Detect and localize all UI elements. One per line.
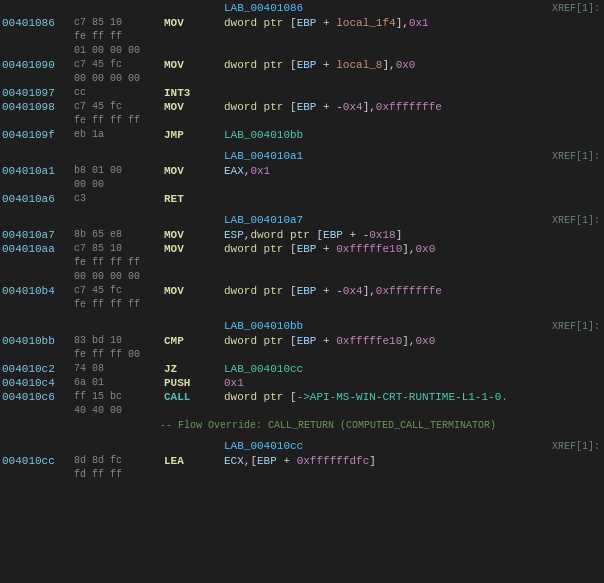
code-content: LAB_00401086XREF[1]: 00401086 c7 85 10 M…	[0, 0, 604, 583]
label-line: LAB_00401086XREF[1]:	[0, 0, 604, 16]
bytes: c7 85 10	[74, 16, 164, 30]
bytes: 74 08	[74, 362, 164, 376]
code-line: fe ff ff	[0, 30, 604, 44]
address: 004010c6	[2, 390, 74, 404]
xref: XREF[1]:	[552, 441, 604, 452]
bytes: fe ff ff ff	[74, 114, 164, 128]
code-line: 00401090 c7 45 fc MOV dword ptr [EBP + l…	[0, 58, 604, 72]
code-line: 0040109f eb 1a JMP LAB_004010bb	[0, 128, 604, 142]
address: 004010a7	[2, 228, 74, 242]
bytes: 00 00 00 00	[74, 270, 164, 284]
comment-line: -- Flow Override: CALL_RETURN (COMPUTED_…	[0, 418, 604, 432]
code-line: 004010c4 6a 01 PUSH 0x1	[0, 376, 604, 390]
disassembly-view: LAB_00401086XREF[1]: 00401086 c7 85 10 M…	[0, 0, 604, 583]
bytes: c7 45 fc	[74, 284, 164, 298]
label-line: LAB_004010ccXREF[1]:	[0, 438, 604, 454]
bytes: fd ff ff	[74, 468, 164, 482]
label: LAB_004010a1	[224, 150, 303, 162]
bytes: c7 45 fc	[74, 58, 164, 72]
xref: XREF[1]:	[552, 321, 604, 332]
bytes: ff 15 bc	[74, 390, 164, 404]
address: 00401098	[2, 100, 74, 114]
comment-text: -- Flow Override: CALL_RETURN (COMPUTED_…	[160, 420, 496, 431]
xref: XREF[1]:	[552, 215, 604, 226]
code-line: fe ff ff ff	[0, 298, 604, 312]
label-line: LAB_004010bbXREF[1]:	[0, 318, 604, 334]
bytes: 00 00	[74, 178, 164, 192]
code-line: 00 00	[0, 178, 604, 192]
mnemonic: MOV	[164, 100, 224, 114]
mnemonic: LEA	[164, 454, 224, 468]
code-line: fe ff ff 00	[0, 348, 604, 362]
bytes: 40 40 00	[74, 404, 164, 418]
address: 004010b4	[2, 284, 74, 298]
bytes: 8b 65 e8	[74, 228, 164, 242]
mnemonic: MOV	[164, 284, 224, 298]
mnemonic: INT3	[164, 86, 224, 100]
operands: dword ptr [EBP + local_1f4],0x1	[224, 16, 604, 30]
code-line: fe ff ff ff	[0, 256, 604, 270]
code-line: 004010c6 ff 15 bc CALL dword ptr [->API-…	[0, 390, 604, 404]
operands: LAB_004010bb	[224, 128, 604, 142]
mnemonic: MOV	[164, 242, 224, 256]
code-line: 004010a1 b8 01 00 MOV EAX,0x1	[0, 164, 604, 178]
label-line: LAB_004010a7XREF[1]:	[0, 212, 604, 228]
code-line: 004010aa c7 85 10 MOV dword ptr [EBP + 0…	[0, 242, 604, 256]
code-line: 00401097 cc INT3	[0, 86, 604, 100]
mnemonic: RET	[164, 192, 224, 206]
code-line: 00 00 00 00	[0, 72, 604, 86]
code-line: 004010c2 74 08 JZ LAB_004010cc	[0, 362, 604, 376]
code-line: 004010a7 8b 65 e8 MOV ESP,dword ptr [EBP…	[0, 228, 604, 242]
mnemonic: MOV	[164, 164, 224, 178]
code-line: 00 00 00 00	[0, 270, 604, 284]
operands: dword ptr [->API-MS-WIN-CRT-RUNTIME-L1-1…	[224, 390, 604, 404]
operands: 0x1	[224, 376, 604, 390]
label: LAB_004010cc	[224, 440, 303, 452]
bytes: c3	[74, 192, 164, 206]
address: 004010c2	[2, 362, 74, 376]
bytes: eb 1a	[74, 128, 164, 142]
operands: dword ptr [EBP + 0xfffffe10],0x0	[224, 334, 604, 348]
code-line: 004010cc 8d 8d fc LEA ECX,[EBP + 0xfffff…	[0, 454, 604, 468]
code-line: 00401098 c7 45 fc MOV dword ptr [EBP + -…	[0, 100, 604, 114]
operands: dword ptr [EBP + 0xfffffe10],0x0	[224, 242, 604, 256]
operands: ECX,[EBP + 0xffffffdfc]	[224, 454, 604, 468]
bytes: fe ff ff ff	[74, 256, 164, 270]
code-line: fe ff ff ff	[0, 114, 604, 128]
mnemonic: CALL	[164, 390, 224, 404]
bytes: 8d 8d fc	[74, 454, 164, 468]
bytes: fe ff ff ff	[74, 298, 164, 312]
xref: XREF[1]:	[552, 151, 604, 162]
address: 00401097	[2, 86, 74, 100]
address: 00401090	[2, 58, 74, 72]
bytes: b8 01 00	[74, 164, 164, 178]
address: 004010cc	[2, 454, 74, 468]
bytes: 6a 01	[74, 376, 164, 390]
mnemonic: MOV	[164, 228, 224, 242]
bytes: fe ff ff 00	[74, 348, 164, 362]
code-line: 004010a6 c3 RET	[0, 192, 604, 206]
bytes: c7 85 10	[74, 242, 164, 256]
code-line: 004010b4 c7 45 fc MOV dword ptr [EBP + -…	[0, 284, 604, 298]
bytes: fe ff ff	[74, 30, 164, 44]
operands: EAX,0x1	[224, 164, 604, 178]
address: 004010aa	[2, 242, 74, 256]
address: 004010a6	[2, 192, 74, 206]
label: LAB_00401086	[224, 2, 303, 14]
operands: LAB_004010cc	[224, 362, 604, 376]
address: 004010a1	[2, 164, 74, 178]
mnemonic: JZ	[164, 362, 224, 376]
bytes: 01 00 00 00	[74, 44, 164, 58]
operands: dword ptr [EBP + -0x4],0xfffffffe	[224, 100, 604, 114]
bytes: cc	[74, 86, 164, 100]
code-line: 004010bb 83 bd 10 CMP dword ptr [EBP + 0…	[0, 334, 604, 348]
mnemonic: JMP	[164, 128, 224, 142]
xref: XREF[1]:	[552, 3, 604, 14]
address: 004010bb	[2, 334, 74, 348]
bytes: 00 00 00 00	[74, 72, 164, 86]
bytes: 83 bd 10	[74, 334, 164, 348]
operands: dword ptr [EBP + -0x4],0xfffffffe	[224, 284, 604, 298]
mnemonic: PUSH	[164, 376, 224, 390]
code-line: 00401086 c7 85 10 MOV dword ptr [EBP + l…	[0, 16, 604, 30]
mnemonic: CMP	[164, 334, 224, 348]
